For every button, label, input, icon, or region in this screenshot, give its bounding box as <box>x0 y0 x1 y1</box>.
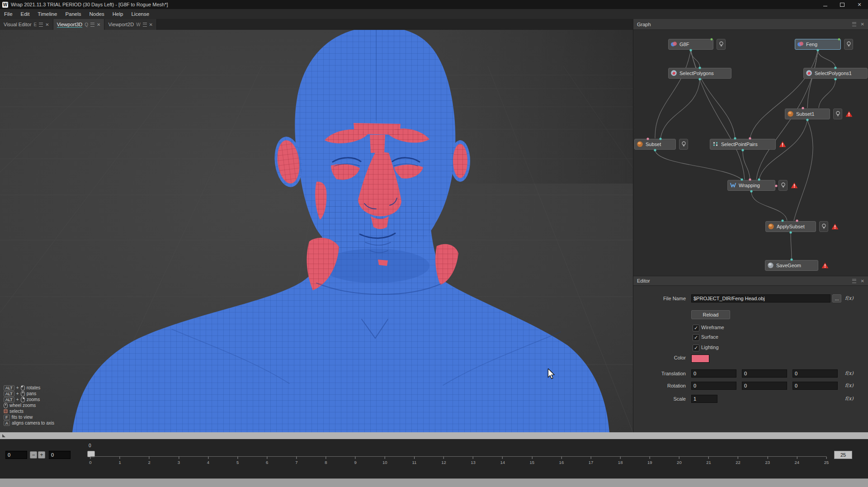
node-label: ApplySubset <box>777 224 805 229</box>
translation-x-input[interactable] <box>691 369 736 378</box>
graph-node-selectpointpairs[interactable]: SelectPointPairs <box>710 139 786 150</box>
graph-node-selectpolygons[interactable]: SelectPolygons <box>668 68 731 79</box>
timeline-ruler[interactable]: 0123456789101112131415161718192021222324… <box>90 456 826 468</box>
visibility-bulb-icon[interactable] <box>717 39 726 50</box>
minimize-button[interactable] <box>816 0 834 9</box>
graph-node-wrapping[interactable]: Wrapping <box>727 180 798 191</box>
alt-key-chip: ALT <box>4 397 14 402</box>
menu-help[interactable]: Help <box>108 9 127 19</box>
visibility-bulb-icon[interactable] <box>778 180 788 191</box>
graph-node-savegeom[interactable]: SaveGeom <box>765 260 829 271</box>
menu-panels[interactable]: Panels <box>61 9 85 19</box>
rotation-y-input[interactable] <box>742 382 787 390</box>
mouse-middle-icon <box>21 391 25 397</box>
graph-node-applysubset[interactable]: ApplySubset <box>765 221 839 232</box>
translation-z-input[interactable] <box>793 369 838 378</box>
fx-expression-icon[interactable]: f(x) <box>845 396 854 402</box>
graph-node-feng[interactable]: Feng <box>795 39 853 50</box>
warning-icon <box>791 182 798 189</box>
hint-action: selects <box>9 409 24 414</box>
range-start-input[interactable] <box>49 451 71 459</box>
fx-expression-icon[interactable]: f(x) <box>845 383 854 388</box>
maximize-button[interactable] <box>834 0 851 9</box>
tab-label: Viewport3D <box>57 22 83 28</box>
save-geom-icon <box>767 262 774 270</box>
reload-button[interactable]: Reload <box>691 310 730 319</box>
panel-close-icon[interactable]: ✕ <box>861 22 864 27</box>
browse-button[interactable]: ... <box>832 294 841 303</box>
color-label: Color <box>633 355 686 360</box>
graph-node-subset[interactable]: Subset <box>634 139 688 150</box>
wrapping-w-icon <box>730 182 736 189</box>
wireframe-checkbox[interactable]: ✓ <box>693 325 699 331</box>
tab-viewport3d[interactable]: Viewport3D Q ✕ <box>53 19 105 30</box>
rotation-z-input[interactable] <box>793 382 838 390</box>
timeline-tick: 21 <box>706 457 711 465</box>
fx-expression-icon[interactable]: f(x) <box>845 370 854 376</box>
check-icon: ✓ <box>694 345 698 350</box>
tab-close-icon[interactable]: ✕ <box>45 22 49 27</box>
editor-panel-title: Editor <box>637 278 650 284</box>
surface-checkbox[interactable]: ✓ <box>693 334 699 341</box>
wireframe-row: ✓ Wireframe <box>633 325 868 334</box>
timeline-splitter[interactable] <box>0 432 868 439</box>
hint-action: aligns camera to axis <box>12 421 54 426</box>
menu-file[interactable]: File <box>0 9 17 19</box>
selection-box-icon <box>4 409 8 413</box>
graph-node-subset1[interactable]: Subset1 <box>785 109 853 119</box>
hint-zoom: ALT + zooms <box>4 397 54 402</box>
panel-menu-icon[interactable] <box>852 279 856 283</box>
visibility-bulb-icon[interactable] <box>819 221 828 232</box>
timeline-tick: 13 <box>471 457 476 465</box>
graph-node-g8f[interactable]: G8F <box>668 39 726 50</box>
a-key-chip: A <box>4 421 10 426</box>
tab-menu-icon[interactable] <box>143 23 147 27</box>
viewport-3d[interactable]: ALT + rotates ALT + pans ALT + zooms whe… <box>0 30 633 432</box>
tab-close-icon[interactable]: ✕ <box>97 22 100 27</box>
node-label: Subset1 <box>796 111 814 117</box>
graph-panel-header: Graph ✕ <box>633 19 868 30</box>
current-frame-input[interactable] <box>5 451 27 459</box>
frame-increment-button[interactable]: + <box>38 451 45 459</box>
panel-menu-icon[interactable] <box>852 22 856 26</box>
timeline-bar: − + 0 0123456789101112131415161718192021… <box>0 439 868 478</box>
tab-menu-icon[interactable] <box>90 23 94 27</box>
tab-visual-editor[interactable]: Visual Editor E ✕ <box>0 19 53 30</box>
rotation-row: Rotation f(x) <box>633 382 868 391</box>
translation-y-input[interactable] <box>742 369 787 378</box>
menu-nodes[interactable]: Nodes <box>85 9 108 19</box>
range-end-value[interactable]: 25 <box>834 451 852 459</box>
node-graph-canvas[interactable]: G8F Feng SelectPolygons <box>633 30 868 276</box>
visibility-bulb-icon[interactable] <box>844 39 853 50</box>
node-label: Subset <box>646 142 661 147</box>
status-strip <box>0 478 868 487</box>
lighting-checkbox[interactable]: ✓ <box>693 345 699 351</box>
close-button[interactable]: ✕ <box>851 0 868 9</box>
menu-timeline[interactable]: Timeline <box>33 9 61 19</box>
tab-label: Viewport2D <box>108 22 134 27</box>
tab-menu-icon[interactable] <box>39 23 43 27</box>
visibility-bulb-icon[interactable] <box>833 109 842 119</box>
file-name-input[interactable] <box>691 294 830 303</box>
alt-key-chip: ALT <box>4 385 14 391</box>
timeline-tick: 3 <box>178 457 180 465</box>
menu-license[interactable]: License <box>127 9 153 19</box>
menu-edit[interactable]: Edit <box>17 9 34 19</box>
scale-input[interactable] <box>691 395 717 403</box>
fx-expression-icon[interactable]: f(x) <box>845 295 854 301</box>
panel-close-icon[interactable]: ✕ <box>861 279 864 284</box>
node-label: SelectPointPairs <box>721 142 758 147</box>
graph-node-selectpolygons1[interactable]: SelectPolygons1 <box>803 68 868 79</box>
tab-viewport2d[interactable]: Viewport2D W ✕ <box>104 19 157 30</box>
tab-shortcut: Q <box>85 22 88 27</box>
color-swatch[interactable] <box>691 355 709 363</box>
scale-label: Scale <box>633 396 686 402</box>
frame-decrement-button[interactable]: − <box>30 451 37 459</box>
node-label: G8F <box>679 42 689 47</box>
subset-sphere-icon <box>637 141 643 148</box>
rotation-x-input[interactable] <box>691 382 736 390</box>
visibility-bulb-icon[interactable] <box>679 139 688 150</box>
timeline-tick: 23 <box>765 457 770 465</box>
subset-sphere-icon <box>768 223 774 231</box>
tab-close-icon[interactable]: ✕ <box>149 22 153 27</box>
